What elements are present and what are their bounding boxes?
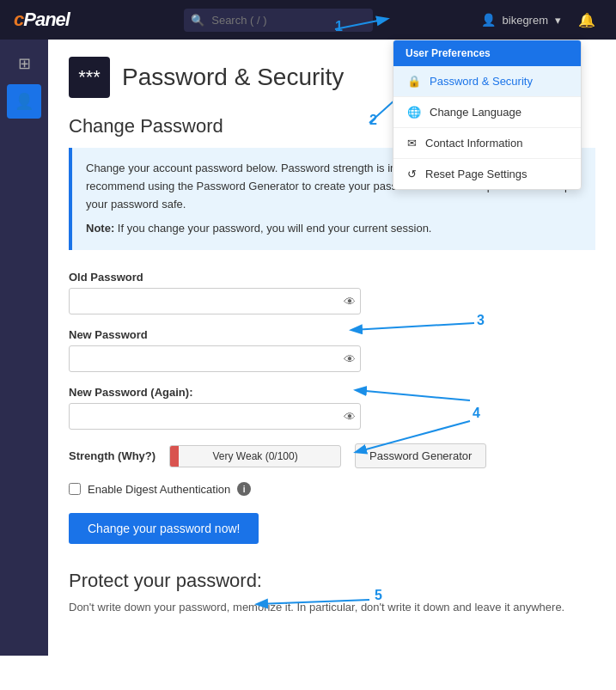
page-icon: *** xyxy=(69,57,110,98)
page-title: Password & Security xyxy=(122,64,344,91)
protect-text: Don't write down your password, memorize… xyxy=(69,599,595,617)
new-password-wrapper: 👁 xyxy=(69,345,361,372)
cpanel-logo: cPanel xyxy=(14,9,70,31)
digest-auth-row: Enable Digest Authentication i xyxy=(69,482,595,496)
notifications-bell[interactable]: 🔔 xyxy=(571,12,602,28)
dropdown-item-reset[interactable]: ↺ Reset Page Settings xyxy=(393,159,581,189)
new-password-again-wrapper: 👁 xyxy=(69,403,361,430)
new-password-group: New Password 👁 xyxy=(69,328,595,372)
new-password-input[interactable] xyxy=(69,345,361,372)
digest-auth-label: Enable Digest Authentication xyxy=(88,483,230,496)
note-paragraph: Note: If you change your password, you w… xyxy=(86,220,582,238)
username-label: bikegrem xyxy=(503,14,548,27)
strength-bar-wrapper: Very Weak (0/100) xyxy=(169,445,341,467)
new-password-again-group: New Password (Again): 👁 xyxy=(69,386,595,430)
new-password-again-eye-icon[interactable]: 👁 xyxy=(344,410,356,424)
note-text: If you change your password, you will en… xyxy=(118,222,432,235)
note-label: Note: xyxy=(86,222,114,235)
dropdown-badge: User Preferences xyxy=(393,40,581,66)
language-icon: 🌐 xyxy=(407,106,421,119)
dropdown-contact-label: Contact Information xyxy=(425,137,522,150)
dropdown-item-language[interactable]: 🌐 Change Language xyxy=(393,97,581,128)
new-password-again-label: New Password (Again): xyxy=(69,386,595,399)
reset-icon: ↺ xyxy=(407,168,417,180)
dropdown-language-label: Change Language xyxy=(430,106,521,119)
strength-row: Strength (Why?) Very Weak (0/100) Passwo… xyxy=(69,443,595,468)
new-password-eye-icon[interactable]: 👁 xyxy=(344,352,356,366)
search-icon: 🔍 xyxy=(191,14,204,27)
search-input[interactable] xyxy=(184,9,373,32)
old-password-wrapper: 👁 xyxy=(69,288,361,314)
digest-auth-checkbox[interactable] xyxy=(69,483,81,495)
search-area: 🔍 xyxy=(87,9,471,32)
old-password-input[interactable] xyxy=(69,288,361,314)
strength-label: Strength (Why?) xyxy=(69,449,156,462)
change-password-button[interactable]: Change your password now! xyxy=(69,513,259,544)
new-password-label: New Password xyxy=(69,328,595,341)
sidebar-item-user[interactable]: 👤 xyxy=(7,84,41,119)
protect-heading: Protect your password: xyxy=(69,570,595,592)
user-menu-trigger[interactable]: 👤 bikegrem ▾ xyxy=(471,13,571,27)
lock-icon: 🔒 xyxy=(407,75,421,88)
old-password-eye-icon[interactable]: 👁 xyxy=(344,295,356,308)
old-password-group: Old Password 👁 xyxy=(69,271,595,314)
user-preferences-dropdown: User Preferences 🔒 Password & Security 🌐… xyxy=(393,40,582,190)
password-icon: *** xyxy=(78,66,101,89)
sidebar: ⊞ 👤 xyxy=(0,40,48,656)
dropdown-item-contact[interactable]: ✉ Contact Information xyxy=(393,128,581,159)
digest-auth-info-icon[interactable]: i xyxy=(237,482,251,496)
header: cPanel 🔍 👤 bikegrem ▾ 🔔 User Preferences… xyxy=(0,0,616,40)
dropdown-password-label: Password & Security xyxy=(430,75,533,88)
password-generator-button[interactable]: Password Generator xyxy=(355,443,486,468)
sidebar-item-grid[interactable]: ⊞ xyxy=(7,46,41,81)
dropdown-reset-label: Reset Page Settings xyxy=(425,168,528,180)
dropdown-arrow-icon: ▾ xyxy=(555,14,561,27)
strength-text: Very Weak (0/100) xyxy=(213,450,298,462)
strength-bar-fill xyxy=(170,446,179,467)
new-password-again-input[interactable] xyxy=(69,403,361,430)
user-icon: 👤 xyxy=(481,13,496,27)
contact-icon: ✉ xyxy=(407,137,417,150)
dropdown-item-password[interactable]: 🔒 Password & Security xyxy=(393,66,581,97)
search-wrapper: 🔍 xyxy=(184,9,373,32)
old-password-label: Old Password xyxy=(69,271,595,284)
